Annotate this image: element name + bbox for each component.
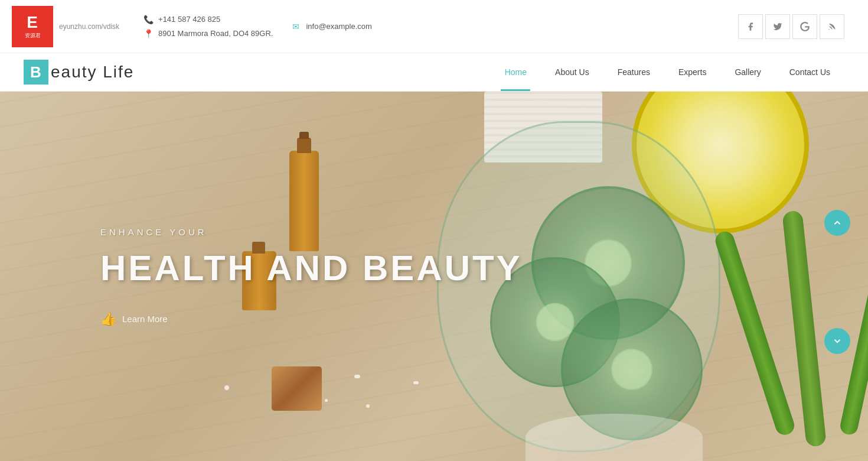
white-cloth	[526, 414, 703, 461]
crystal-1	[224, 385, 229, 390]
address-row: 📍 8901 Marmora Road, DO4 89GR.	[143, 28, 273, 39]
nav-features[interactable]: Features	[603, 53, 664, 91]
logo-domain: eyunzhu.com/vdisk	[59, 22, 119, 31]
email-row: ✉ info@example.com	[291, 21, 371, 32]
email-area: ✉ info@example.com	[291, 21, 371, 32]
social-icons	[738, 14, 844, 39]
aloe-container	[750, 210, 868, 461]
brand-logo: B eauty Life	[24, 53, 134, 91]
email-icon: ✉	[291, 21, 301, 32]
crystal-4	[366, 404, 370, 408]
logo-domain-area: eyunzhu.com/vdisk	[59, 22, 119, 31]
logo-title: 资源君	[25, 32, 41, 40]
twitter-button[interactable]	[765, 14, 790, 39]
nav-contact[interactable]: Contact Us	[775, 53, 844, 91]
phone-number: +141 587 426 825	[158, 15, 220, 24]
nav-links: Home About Us Features Experts Gallery C…	[491, 53, 844, 91]
nav-gallery[interactable]: Gallery	[720, 53, 775, 91]
phone-icon: 📞	[143, 14, 154, 25]
learn-more-button[interactable]: 👍 Learn More	[100, 311, 168, 326]
nav-bar: B eauty Life Home About Us Features Expe…	[0, 53, 868, 92]
phone-row: 📞 +141 587 426 825	[143, 14, 273, 25]
logo-area: E 资源君 eyunzhu.com/vdisk 📞 +141 587 426 8…	[12, 6, 372, 47]
logo-box: E 资源君	[12, 6, 53, 47]
brand-b-letter: B	[30, 63, 42, 82]
crystal-5	[413, 381, 419, 384]
hero-subtitle: ENHANCE YOUR	[100, 226, 523, 236]
scroll-up-button[interactable]	[824, 210, 850, 236]
cork-piece	[272, 366, 322, 411]
hero-section: ENHANCE YOUR HEALTH AND BEAUTY 👍 Learn M…	[0, 92, 868, 461]
rss-button[interactable]	[820, 14, 844, 39]
location-icon: 📍	[143, 28, 154, 39]
learn-more-label: Learn More	[122, 314, 168, 324]
nav-home[interactable]: Home	[491, 53, 541, 91]
hero-content: ENHANCE YOUR HEALTH AND BEAUTY 👍 Learn M…	[100, 226, 523, 326]
googleplus-button[interactable]	[792, 14, 817, 39]
scroll-down-button[interactable]	[824, 328, 850, 354]
brand-b-icon: B	[24, 60, 48, 85]
nav-experts[interactable]: Experts	[664, 53, 720, 91]
thumbs-up-icon: 👍	[100, 311, 116, 326]
nav-about[interactable]: About Us	[541, 53, 603, 91]
logo-letter: E	[27, 13, 38, 32]
email-text: info@example.com	[306, 22, 371, 31]
top-bar: E 资源君 eyunzhu.com/vdisk 📞 +141 587 426 8…	[0, 0, 868, 53]
crystal-3	[354, 375, 360, 378]
facebook-button[interactable]	[738, 14, 763, 39]
hero-title: HEALTH AND BEAUTY	[100, 248, 523, 287]
contact-info: 📞 +141 587 426 825 📍 8901 Marmora Road, …	[143, 14, 273, 39]
brand-name: eauty Life	[51, 63, 134, 82]
crystal-2	[325, 399, 328, 402]
svg-point-0	[829, 29, 830, 30]
address-text: 8901 Marmora Road, DO4 89GR.	[158, 29, 273, 38]
